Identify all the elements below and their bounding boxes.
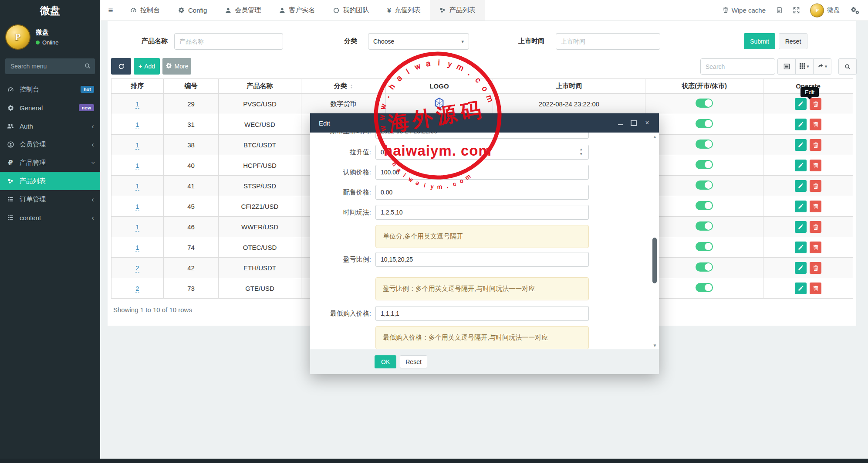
delete-button[interactable]	[810, 221, 821, 233]
wipe-cache-button[interactable]: Wipe cache	[723, 7, 766, 14]
chevron-left-icon: ‹	[91, 141, 94, 148]
add-button[interactable]: +Add	[134, 58, 160, 75]
refresh-button[interactable]	[111, 58, 131, 75]
sidebar-item-orders[interactable]: 订单管理‹	[0, 190, 100, 208]
tab-members[interactable]: 会员管理	[216, 0, 270, 20]
status-toggle[interactable]	[696, 160, 713, 169]
sidebar-item-general[interactable]: Generalnew	[0, 99, 100, 117]
navbar-user[interactable]: P 微盘	[810, 3, 840, 17]
modal-reset-button[interactable]: Reset	[400, 355, 427, 368]
sort-link[interactable]: 1	[135, 162, 139, 170]
status-toggle[interactable]	[696, 140, 713, 149]
status-toggle[interactable]	[696, 119, 713, 128]
product-id: 74	[164, 237, 219, 258]
edit-button[interactable]	[795, 139, 807, 151]
delete-button[interactable]	[810, 98, 821, 110]
placement-price-input[interactable]: 0.00	[375, 185, 589, 200]
sort-link[interactable]: 1	[135, 182, 139, 191]
maximize-icon[interactable]	[631, 120, 637, 126]
delete-button[interactable]	[810, 139, 821, 151]
page: 微盘 P 微盘 Online 控制台hotGeneralnewAuth‹会员管理…	[0, 0, 868, 463]
tab-dashboard[interactable]: 控制台	[121, 0, 169, 20]
status-toggle[interactable]	[696, 283, 713, 292]
scroll-up-icon[interactable]: ▲	[652, 134, 658, 139]
sort-link[interactable]: 1	[135, 121, 139, 129]
minimize-icon[interactable]	[617, 120, 623, 126]
search-toggle-button[interactable]	[838, 58, 857, 75]
tab-config[interactable]: Config	[169, 0, 216, 20]
log-icon[interactable]	[776, 7, 783, 14]
time-play-input[interactable]: 1,2,5,10	[375, 205, 589, 220]
delete-button[interactable]	[810, 119, 821, 130]
delete-button[interactable]	[810, 201, 821, 212]
tab-products[interactable]: 产品列表	[430, 0, 485, 20]
delete-button[interactable]	[810, 262, 821, 274]
ok-button[interactable]: OK	[375, 355, 396, 368]
delete-button[interactable]	[810, 242, 821, 253]
min-buy-price-input[interactable]: 1,1,1,1	[375, 306, 589, 321]
filter-category-select[interactable]: Choose▾	[368, 33, 469, 50]
scrollbar-thumb[interactable]	[652, 238, 657, 283]
sort-icon[interactable]: ▲▼	[350, 84, 353, 89]
sort-link[interactable]: 1	[135, 244, 139, 252]
fullscreen-icon[interactable]	[793, 7, 800, 14]
subscription-price-input[interactable]: 100.00	[375, 165, 589, 180]
edit-button[interactable]	[795, 242, 807, 253]
edit-button[interactable]	[795, 160, 807, 171]
tab-kyc[interactable]: 客户实名	[270, 0, 324, 20]
columns-button[interactable]: ▾	[795, 58, 814, 75]
sidebar-search-input[interactable]	[5, 58, 95, 74]
sidebar-item-members[interactable]: 会员管理‹	[0, 135, 100, 153]
delete-button[interactable]	[810, 283, 821, 294]
sort-link[interactable]: 2	[135, 285, 139, 293]
tab-team[interactable]: 我的团队	[324, 0, 378, 20]
status-toggle[interactable]	[696, 201, 713, 210]
hamburger-icon[interactable]: ≡	[100, 0, 121, 20]
sort-link[interactable]: 2	[135, 264, 139, 272]
sort-link[interactable]: 1	[135, 203, 139, 211]
edit-button[interactable]	[795, 98, 807, 110]
sort-link[interactable]: 1	[135, 223, 139, 232]
close-icon[interactable]: ×	[644, 120, 650, 126]
sidebar-item-product-list[interactable]: 产品列表	[0, 172, 100, 190]
export-button[interactable]: ▾	[813, 58, 831, 75]
number-spinner[interactable]: ▴▾	[580, 147, 655, 157]
status-toggle[interactable]	[696, 221, 713, 231]
status-toggle[interactable]	[696, 242, 713, 251]
sidebar-item-products[interactable]: ₽产品管理‹	[0, 153, 100, 172]
user-name: 微盘	[36, 28, 59, 37]
edit-button[interactable]	[795, 180, 807, 192]
edit-button[interactable]	[795, 262, 807, 274]
pull-value-input[interactable]: 0	[375, 145, 589, 160]
status-toggle[interactable]	[696, 262, 713, 272]
edit-button[interactable]	[795, 283, 807, 294]
edit-button[interactable]	[795, 221, 807, 233]
paging-toggle-button[interactable]	[777, 58, 796, 75]
filter-reset-button[interactable]: Reset	[779, 33, 807, 49]
listing-time-input[interactable]: 2022-08-24 23:22:00	[375, 133, 589, 139]
scroll-down-icon[interactable]: ▼	[652, 343, 658, 348]
edit-button[interactable]	[795, 201, 807, 212]
filter-time-input[interactable]	[556, 33, 660, 50]
table-search-input[interactable]	[700, 58, 775, 75]
sort-link[interactable]: 1	[135, 141, 139, 150]
status-toggle[interactable]	[696, 180, 713, 190]
tab-recharge[interactable]: ¥充值列表	[378, 0, 429, 20]
column-header[interactable]: 分类▲▼	[301, 79, 386, 94]
status-toggle[interactable]	[696, 99, 713, 108]
delete-button[interactable]	[810, 180, 821, 192]
table-view-buttons: ▾ ▾	[777, 58, 831, 75]
sidebar-item-content[interactable]: content‹	[0, 208, 100, 227]
sidebar-item-auth[interactable]: Auth‹	[0, 117, 100, 135]
submit-button[interactable]: Submit	[744, 33, 775, 49]
edit-button[interactable]	[795, 119, 807, 130]
delete-button[interactable]	[810, 160, 821, 171]
profit-ratio-input[interactable]: 10,15,20,25	[375, 252, 589, 267]
filter-name-input[interactable]	[174, 33, 283, 50]
settings-cogs-icon[interactable]	[851, 7, 859, 14]
bottom-bar	[0, 459, 868, 463]
sort-link[interactable]: 1	[135, 100, 139, 109]
sidebar-item-dashboard[interactable]: 控制台hot	[0, 80, 100, 99]
modal-scrollbar[interactable]: ▲ ▼	[652, 134, 658, 348]
more-button[interactable]: More	[162, 58, 191, 75]
